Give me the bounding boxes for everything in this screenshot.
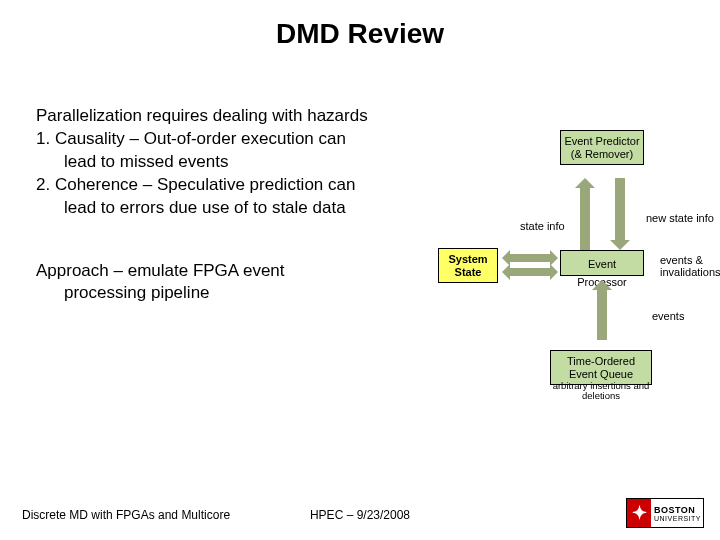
arrowhead-up-icon: [575, 178, 595, 188]
events-label: events: [652, 310, 684, 322]
approach-text: Approach – emulate FPGA event processing…: [36, 260, 416, 304]
approach-line1: Approach – emulate FPGA event: [36, 260, 416, 282]
approach-line2: processing pipeline: [36, 282, 416, 304]
slide-title: DMD Review: [0, 0, 720, 50]
hazard-2-line1: 2. Coherence – Speculative prediction ca…: [36, 174, 466, 197]
state-info-label: state info: [520, 220, 565, 232]
arrowhead-up2-icon: [592, 280, 612, 290]
events-inv-label: events & invalidations: [660, 254, 720, 278]
logo-line2: UNIVERSITY: [654, 515, 703, 522]
logo-line1: BOSTON: [654, 505, 703, 515]
hazards-intro: Parallelization requires dealing with ha…: [36, 105, 466, 128]
footer-center: HPEC – 9/23/2008: [0, 508, 720, 522]
arrowhead-l2-icon: [502, 264, 510, 280]
new-state-label: new state info: [646, 212, 714, 224]
event-predictor-box: Event Predictor (& Remover): [560, 130, 644, 165]
hazard-1-line1: 1. Causality – Out-of-order execution ca…: [36, 128, 466, 151]
arrow-up-icon: [580, 188, 590, 250]
hazards-text: Parallelization requires dealing with ha…: [36, 105, 466, 220]
logo-text: BOSTON UNIVERSITY: [651, 499, 703, 527]
arrow-up2-icon: [597, 290, 607, 340]
queue-subtext: arbitrary insertions and deletions: [550, 381, 652, 402]
arrow-h2-icon: [510, 268, 550, 276]
event-processor-box: Event Processor: [560, 250, 644, 276]
hazard-2-line2: lead to errors due use of to stale data: [36, 197, 466, 220]
arrowhead-r2-icon: [550, 264, 558, 280]
arrowhead-down-icon: [610, 240, 630, 250]
arrow-down-icon: [615, 178, 625, 240]
arrow-h1-icon: [510, 254, 550, 262]
boston-university-logo: ✦ BOSTON UNIVERSITY: [626, 498, 704, 528]
logo-shield-icon: ✦: [627, 499, 651, 527]
hazard-1-line2: lead to missed events: [36, 151, 466, 174]
system-state-box: System State: [438, 248, 498, 283]
